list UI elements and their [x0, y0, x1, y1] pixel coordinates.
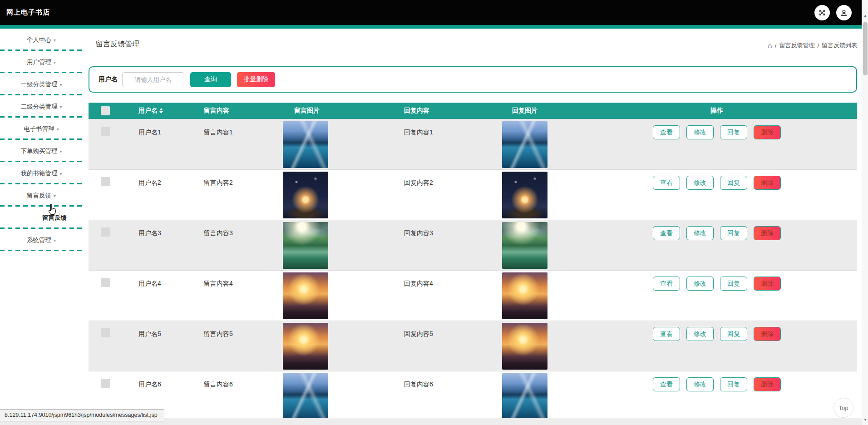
home-icon[interactable]: ⌂: [768, 43, 772, 49]
back-to-top-button[interactable]: Top: [833, 398, 853, 418]
cell-message: 留言内容3: [195, 220, 272, 270]
breadcrumb: ⌂ / 留言反馈管理 / 留言反馈列表: [768, 41, 857, 49]
sort-icon[interactable]: [159, 108, 163, 114]
scrollbar-thumb[interactable]: [863, 22, 868, 75]
chevron-down-icon: ▾: [59, 82, 62, 87]
message-image: [283, 323, 328, 370]
username-input[interactable]: [122, 72, 184, 87]
sidebar-item-user-management[interactable]: 用户管理▾: [0, 51, 83, 73]
cell-message: 留言内容2: [195, 170, 272, 220]
sidebar-item-label: 二级分类管理: [20, 103, 57, 110]
delete-button[interactable]: 删除: [754, 277, 781, 291]
view-button[interactable]: 查看: [653, 327, 680, 341]
edit-button[interactable]: 修改: [686, 277, 714, 291]
chevron-down-icon: ▾: [59, 171, 62, 176]
table-row: 用户名2 留言内容2 回复内容2 查看 修改 回复 删除: [89, 169, 857, 220]
reply-image: [502, 222, 547, 269]
cell-message: 留言内容1: [195, 119, 272, 169]
sidebar-item-system-management[interactable]: 系统管理▾: [0, 229, 83, 251]
sidebar-item-label: 系统管理: [27, 237, 51, 243]
app-header: 网上电子书店: [0, 0, 862, 25]
view-button[interactable]: 查看: [653, 176, 680, 190]
fullscreen-button[interactable]: [814, 5, 830, 20]
sidebar: 个人中心▾ 用户管理▾ 一级分类管理▾ 二级分类管理▾ 电子书管理▾ 下单购买管…: [0, 29, 83, 251]
chevron-down-icon: ▾: [59, 149, 62, 154]
chevron-down-icon: ▾: [57, 127, 59, 132]
reply-button[interactable]: 回复: [720, 327, 747, 341]
column-header-actions: 操作: [581, 107, 857, 115]
message-image: [283, 121, 328, 168]
sidebar-subitem-feedback[interactable]: 留言反馈: [0, 207, 83, 229]
chevron-down-icon: ▾: [54, 193, 56, 198]
message-image: [283, 373, 328, 420]
select-all-checkbox[interactable]: [101, 106, 110, 115]
table-row: 用户名3 留言内容3 回复内容3 查看 修改 回复 删除: [89, 220, 857, 270]
scroll-up-icon[interactable]: ▲: [862, 14, 868, 18]
reply-image: [502, 272, 547, 319]
chevron-down-icon: ▾: [54, 38, 56, 43]
cell-reply: 回复内容5: [395, 321, 495, 371]
reply-button[interactable]: 回复: [720, 377, 747, 391]
delete-button[interactable]: 删除: [754, 226, 781, 240]
cell-reply: 回复内容1: [395, 119, 495, 169]
scroll-down-icon[interactable]: ▼: [862, 418, 868, 422]
accent-stripe: [0, 25, 868, 29]
delete-button[interactable]: 删除: [754, 176, 781, 190]
breadcrumb-item-feedback-list[interactable]: 留言反馈列表: [822, 41, 857, 49]
delete-button[interactable]: 删除: [754, 327, 781, 341]
view-button[interactable]: 查看: [653, 125, 680, 139]
status-url-tooltip: 8.129.11.174:9010/jspm961h3/jsp/modules/…: [0, 409, 164, 421]
edit-button[interactable]: 修改: [686, 377, 714, 391]
sidebar-item-order-management[interactable]: 下单购买管理▾: [0, 140, 83, 162]
breadcrumb-item-feedback-management[interactable]: 留言反馈管理: [779, 41, 814, 49]
view-button[interactable]: 查看: [653, 277, 680, 291]
sidebar-item-label: 留言反馈: [27, 192, 51, 199]
batch-delete-button[interactable]: 批量删除: [237, 72, 275, 87]
user-icon: [839, 8, 848, 17]
row-checkbox[interactable]: [101, 379, 110, 388]
sidebar-item-label: 电子书管理: [24, 125, 54, 132]
edit-button[interactable]: 修改: [686, 327, 714, 341]
sidebar-item-my-books[interactable]: 我的书籍管理▾: [0, 162, 83, 184]
cell-message: 留言内容4: [195, 271, 272, 321]
sidebar-subitem-label: 留言反馈: [42, 214, 67, 221]
cell-username: 用户名5: [118, 321, 195, 371]
row-checkbox[interactable]: [101, 177, 110, 186]
sidebar-item-ebook-management[interactable]: 电子书管理▾: [0, 118, 83, 140]
table-row: 用户名6 留言内容6 回复内容6 查看 修改 回复 删除: [89, 371, 857, 421]
edit-button[interactable]: 修改: [686, 125, 714, 139]
reply-button[interactable]: 回复: [720, 176, 747, 190]
sidebar-item-feedback[interactable]: 留言反馈▾: [0, 184, 83, 207]
table-row: 用户名4 留言内容4 回复内容4 查看 修改 回复 删除: [89, 270, 857, 321]
edit-button[interactable]: 修改: [686, 226, 714, 240]
sidebar-item-category-level1[interactable]: 一级分类管理▾: [0, 73, 83, 95]
sidebar-item-category-level2[interactable]: 二级分类管理▾: [0, 95, 83, 118]
edit-button[interactable]: 修改: [686, 176, 714, 190]
search-button[interactable]: 查询: [190, 72, 231, 87]
sidebar-item-label: 一级分类管理: [20, 81, 57, 88]
message-image: [283, 172, 328, 218]
column-header-username[interactable]: 用户名: [118, 107, 195, 115]
sidebar-item-personal-center[interactable]: 个人中心▾: [0, 29, 83, 51]
row-checkbox[interactable]: [101, 127, 110, 136]
delete-button[interactable]: 删除: [754, 377, 781, 391]
cell-username: 用户名1: [118, 119, 195, 169]
row-checkbox[interactable]: [101, 328, 110, 337]
view-button[interactable]: 查看: [653, 226, 680, 240]
delete-button[interactable]: 删除: [754, 125, 781, 139]
table-row: 用户名5 留言内容5 回复内容5 查看 修改 回复 删除: [89, 321, 857, 371]
view-button[interactable]: 查看: [653, 377, 680, 391]
topbar-icons: [814, 5, 852, 20]
message-image: [283, 222, 328, 269]
user-menu-button[interactable]: [836, 5, 852, 20]
vertical-scrollbar[interactable]: ▲ ▼: [862, 0, 868, 425]
reply-button[interactable]: 回复: [720, 277, 747, 291]
row-checkbox[interactable]: [101, 278, 110, 287]
sidebar-item-label: 我的书籍管理: [20, 170, 57, 177]
row-checkbox[interactable]: [101, 227, 110, 237]
table-row: 用户名1 留言内容1 回复内容1 查看 修改 回复 删除: [89, 119, 857, 169]
reply-button[interactable]: 回复: [720, 226, 747, 240]
reply-image: [502, 323, 547, 370]
reply-button[interactable]: 回复: [720, 125, 747, 139]
column-header-reply: 回复内容: [395, 107, 495, 115]
